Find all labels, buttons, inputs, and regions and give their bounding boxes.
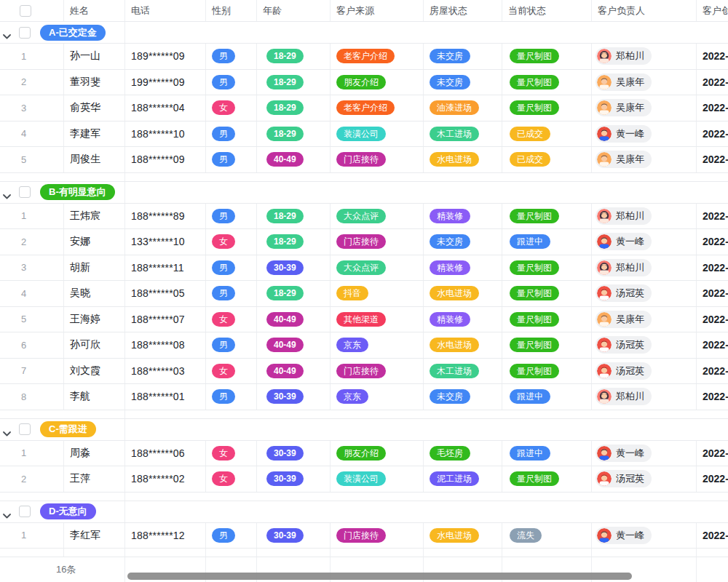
current-status-cell[interactable]: 量尺制图 <box>502 281 592 306</box>
phone-cell[interactable]: 133******10 <box>125 229 206 255</box>
name-cell[interactable]: 李航 <box>64 384 125 410</box>
current-status-cell[interactable]: 量尺制图 <box>502 307 592 332</box>
owner-cell[interactable]: 吴康年 <box>592 147 697 172</box>
source-cell[interactable]: 大众点评 <box>331 255 424 281</box>
current-status-cell[interactable]: 跟进中 <box>502 441 592 466</box>
source-cell[interactable]: 装潢公司 <box>331 466 424 492</box>
phone-cell[interactable]: 188******08 <box>125 332 206 358</box>
phone-cell[interactable]: 188******11 <box>125 255 206 281</box>
created-date-cell[interactable]: 2022- <box>697 384 728 410</box>
owner-cell[interactable]: 黄一峰 <box>592 121 697 147</box>
column-header-4[interactable]: 客户来源 <box>331 0 424 21</box>
gender-cell[interactable]: 女 <box>206 229 257 255</box>
phone-cell[interactable]: 188******05 <box>125 281 206 306</box>
house-status-cell[interactable]: 木工进场 <box>424 359 502 384</box>
horizontal-scrollbar[interactable] <box>127 573 632 580</box>
current-status-cell[interactable]: 量尺制图 <box>502 95 592 121</box>
current-status-cell[interactable]: 跟进中 <box>502 229 592 255</box>
current-status-cell[interactable]: 跟进中 <box>502 384 592 410</box>
source-cell[interactable]: 老客户介绍 <box>331 44 424 69</box>
phone-cell[interactable]: 188******89 <box>125 204 206 229</box>
gender-cell[interactable]: 女 <box>206 466 257 492</box>
created-date-cell[interactable]: 2022- <box>697 44 728 69</box>
house-status-cell[interactable]: 未交房 <box>424 384 502 410</box>
owner-cell[interactable]: 汤冠英 <box>592 466 697 492</box>
current-status-cell[interactable]: 量尺制图 <box>502 204 592 229</box>
gender-cell[interactable]: 男 <box>206 384 257 410</box>
owner-cell[interactable]: 黄一峰 <box>592 523 697 549</box>
owner-cell[interactable]: 郑柏川 <box>592 255 697 281</box>
name-cell[interactable]: 胡新 <box>64 255 125 281</box>
house-status-cell[interactable]: 毛坯房 <box>424 441 502 466</box>
group-title-cell[interactable]: C-需跟进 <box>12 419 125 440</box>
current-status-cell[interactable]: 量尺制图 <box>502 332 592 358</box>
current-status-cell[interactable]: 已成交 <box>502 121 592 147</box>
gender-cell[interactable]: 男 <box>206 281 257 306</box>
created-date-cell[interactable]: 2022- <box>697 229 728 255</box>
owner-cell[interactable]: 吴康年 <box>592 70 697 95</box>
owner-cell[interactable]: 汤冠英 <box>592 332 697 358</box>
phone-cell[interactable]: 189******09 <box>125 44 206 69</box>
name-cell[interactable]: 安娜 <box>64 229 125 255</box>
name-cell[interactable]: 王萍 <box>64 466 125 492</box>
row-index-cell[interactable]: 7 <box>12 359 64 384</box>
age-cell[interactable]: 30-39 <box>257 441 331 466</box>
name-cell[interactable]: 刘文霞 <box>64 359 125 384</box>
source-cell[interactable]: 门店接待 <box>331 523 424 549</box>
group-title-cell[interactable]: B-有明显意向 <box>12 182 125 203</box>
phone-cell[interactable]: 188******01 <box>125 384 206 410</box>
current-status-cell[interactable]: 量尺制图 <box>502 359 592 384</box>
phone-cell[interactable]: 188******07 <box>125 307 206 332</box>
house-status-cell[interactable]: 木工进场 <box>424 121 502 147</box>
row-index-cell[interactable]: 8 <box>12 384 64 410</box>
age-cell[interactable]: 18-29 <box>257 229 331 255</box>
row-index-cell[interactable]: 2 <box>12 229 64 255</box>
created-date-cell[interactable]: 2022- <box>697 204 728 229</box>
house-status-cell[interactable]: 油漆进场 <box>424 95 502 121</box>
gender-cell[interactable]: 男 <box>206 523 257 549</box>
row-index-cell[interactable]: 1 <box>12 441 64 466</box>
phone-cell[interactable]: 199******09 <box>125 70 206 95</box>
gender-cell[interactable]: 男 <box>206 204 257 229</box>
source-cell[interactable]: 门店接待 <box>331 229 424 255</box>
source-cell[interactable]: 门店接待 <box>331 359 424 384</box>
age-cell[interactable]: 18-29 <box>257 281 331 306</box>
gender-cell[interactable]: 男 <box>206 332 257 358</box>
gender-cell[interactable]: 男 <box>206 147 257 172</box>
name-cell[interactable]: 孙可欣 <box>64 332 125 358</box>
age-cell[interactable]: 30-39 <box>257 255 331 281</box>
house-status-cell[interactable]: 未交房 <box>424 70 502 95</box>
created-date-cell[interactable]: 2022- <box>697 332 728 358</box>
phone-cell[interactable]: 188******06 <box>125 441 206 466</box>
phone-cell[interactable]: 188******04 <box>125 95 206 121</box>
name-cell[interactable]: 李建军 <box>64 121 125 147</box>
row-index-cell[interactable]: 5 <box>12 307 64 332</box>
house-status-cell[interactable]: 精装修 <box>424 255 502 281</box>
row-index-cell[interactable]: 1 <box>12 523 64 549</box>
row-index-cell[interactable]: 4 <box>12 121 64 147</box>
source-cell[interactable]: 抖音 <box>331 281 424 306</box>
gender-cell[interactable]: 女 <box>206 307 257 332</box>
phone-cell[interactable]: 188******02 <box>125 466 206 492</box>
gender-cell[interactable]: 男 <box>206 255 257 281</box>
created-date-cell[interactable]: 2022- <box>697 95 728 121</box>
column-header-7[interactable]: 客户负责人 <box>592 0 697 21</box>
gender-cell[interactable]: 男 <box>206 70 257 95</box>
owner-cell[interactable]: 吴康年 <box>592 307 697 332</box>
phone-cell[interactable]: 188******10 <box>125 121 206 147</box>
current-status-cell[interactable]: 量尺制图 <box>502 70 592 95</box>
house-status-cell[interactable]: 未交房 <box>424 229 502 255</box>
current-status-cell[interactable]: 量尺制图 <box>502 255 592 281</box>
current-status-cell[interactable]: 流失 <box>502 523 592 549</box>
source-cell[interactable]: 其他渠道 <box>331 307 424 332</box>
name-cell[interactable]: 周淼 <box>64 441 125 466</box>
name-cell[interactable]: 董羽斐 <box>64 70 125 95</box>
age-cell[interactable]: 30-39 <box>257 466 331 492</box>
house-status-cell[interactable]: 未交房 <box>424 44 502 69</box>
created-date-cell[interactable]: 2022- <box>697 147 728 172</box>
phone-cell[interactable]: 188******09 <box>125 147 206 172</box>
row-index-cell[interactable]: 3 <box>12 255 64 281</box>
row-index-cell[interactable]: 4 <box>12 281 64 306</box>
column-header-5[interactable]: 房屋状态 <box>424 0 502 21</box>
age-cell[interactable]: 40-49 <box>257 332 331 358</box>
